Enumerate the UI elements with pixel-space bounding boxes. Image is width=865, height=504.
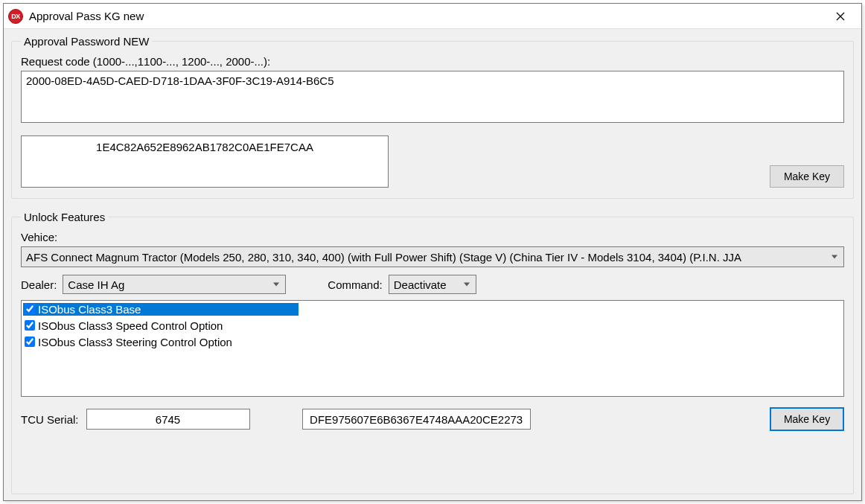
- feature-label: ISObus Class3 Base: [36, 303, 142, 316]
- list-item[interactable]: ISObus Class3 Steering Control Option: [22, 334, 843, 350]
- feature-label: ISObus Class3 Steering Control Option: [36, 336, 234, 348]
- vehicle-select[interactable]: AFS Connect Magnum Tractor (Models 250, …: [21, 246, 844, 267]
- dealer-label: Dealer:: [21, 278, 57, 291]
- dealer-select-value: Case IH Ag: [68, 278, 124, 291]
- app-icon: DX: [8, 9, 23, 24]
- approval-password-legend: Approval Password NEW: [21, 35, 152, 48]
- unlock-features-legend: Unlock Features: [21, 211, 108, 223]
- dealer-select[interactable]: Case IH Ag: [63, 275, 286, 294]
- request-code-input[interactable]: [21, 71, 844, 123]
- feature-checkbox[interactable]: [25, 304, 35, 314]
- feature-checkbox[interactable]: [25, 336, 35, 347]
- feature-checkbox[interactable]: [25, 320, 35, 331]
- tcu-serial-input[interactable]: [86, 409, 250, 430]
- tcu-key-output[interactable]: [302, 409, 531, 430]
- command-select-value: Deactivate: [394, 278, 447, 291]
- titlebar: DX Approval Pass KG new: [4, 4, 861, 29]
- close-icon: [836, 12, 845, 21]
- list-item[interactable]: ISObus Class3 Speed Control Option: [22, 317, 843, 334]
- make-key-button-top[interactable]: Make Key: [770, 165, 844, 188]
- command-select[interactable]: Deactivate: [389, 275, 476, 294]
- client-area: Approval Password NEW Request code (1000…: [4, 29, 861, 500]
- command-label: Command:: [328, 278, 382, 291]
- vehicle-label: Vehice:: [21, 231, 844, 243]
- vehicle-select-value: AFS Connect Magnum Tractor (Models 250, …: [26, 251, 741, 264]
- request-code-label: Request code (1000-...,1100-..., 1200-..…: [21, 55, 844, 68]
- make-key-button-bottom[interactable]: Make Key: [770, 407, 844, 431]
- approval-password-group: Approval Password NEW Request code (1000…: [11, 35, 854, 199]
- close-button[interactable]: [824, 5, 857, 28]
- features-listbox[interactable]: ISObus Class3 BaseISObus Class3 Speed Co…: [21, 300, 844, 397]
- generated-key-output: 1E4C82A652E8962AB1782C0AE1FE7CAA: [21, 135, 389, 188]
- window-title: Approval Pass KG new: [29, 10, 824, 22]
- feature-label: ISObus Class3 Speed Control Option: [36, 319, 224, 332]
- tcu-serial-label: TCU Serial:: [21, 413, 79, 426]
- list-item[interactable]: ISObus Class3 Base: [22, 301, 843, 317]
- app-window: DX Approval Pass KG new Approval Passwor…: [3, 3, 862, 501]
- unlock-features-group: Unlock Features Vehice: AFS Connect Magn…: [11, 211, 854, 494]
